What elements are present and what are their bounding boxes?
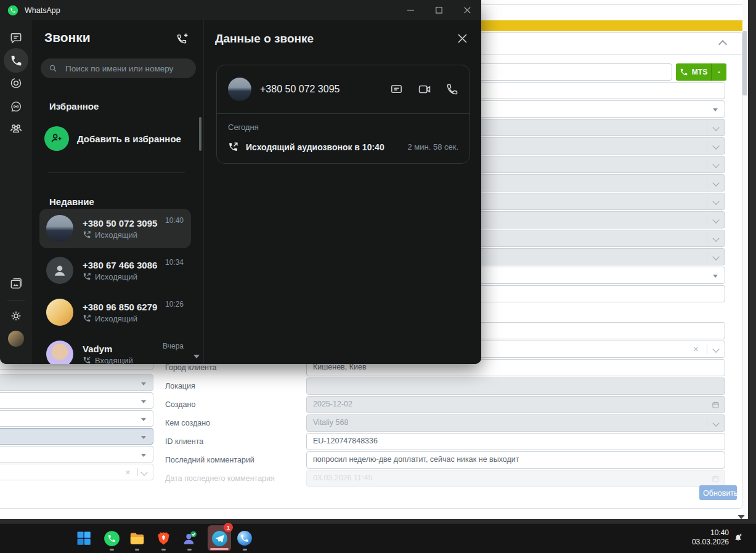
crm-select-clearable[interactable] [0, 464, 153, 480]
voice-call-icon[interactable] [446, 83, 458, 95]
client-id-input[interactable]: EU-120747848336 [306, 433, 725, 450]
screen: MTS - Кишенев, Киев 2025-12-02 Vitaliy 5… [0, 0, 756, 553]
calls-tab-icon[interactable] [4, 48, 28, 73]
file-explorer-icon [129, 530, 145, 547]
phone-app-icon [237, 530, 253, 546]
call-direction: Исходящий [95, 272, 137, 281]
crm-select-disabled [0, 374, 153, 391]
chevron-down-icon [712, 345, 719, 352]
taskbar-indicator [187, 549, 192, 551]
search-bar[interactable] [41, 59, 196, 78]
whatsapp-nav-rail [0, 20, 32, 364]
dropdown-arrow-icon [141, 400, 146, 406]
avatar [46, 257, 73, 284]
avatar [46, 215, 73, 242]
favorites-heading: Избранное [49, 101, 99, 111]
mts-label: MTS [692, 68, 707, 76]
chevron-down-icon [712, 216, 719, 223]
call-list-item[interactable]: +380 67 466 3086 Исходящий 10:34 [39, 251, 191, 290]
calendar-icon [712, 401, 720, 411]
taskbar-teams-button[interactable] [178, 527, 200, 549]
page-scrollbar-thumb[interactable] [742, 31, 747, 95]
start-button[interactable] [73, 527, 95, 549]
clear-icon[interactable] [125, 467, 131, 478]
add-favorite-button[interactable]: Добавить в избранное [44, 126, 181, 151]
outgoing-call-icon [228, 142, 238, 152]
call-list-item[interactable]: +380 50 072 3095 Исходящий 10:40 [39, 209, 191, 248]
calls-panel: Звонки Избранное Добавить в избранное Не… [32, 20, 203, 364]
video-call-icon[interactable] [418, 83, 431, 96]
outgoing-call-icon [83, 314, 91, 323]
call-day-label: Сегодня [228, 123, 458, 132]
crm-select[interactable] [0, 446, 153, 462]
teams-icon [181, 530, 198, 547]
taskbar-indicator [110, 549, 114, 551]
taskbar-telegram-button[interactable]: 1 [208, 525, 231, 551]
whatsapp-titlebar[interactable]: WhatsApp [0, 0, 481, 20]
settings-icon[interactable] [9, 309, 23, 323]
search-input[interactable] [64, 63, 184, 74]
add-favorite-label: Добавить в избранное [77, 134, 181, 144]
minimize-button[interactable] [396, 0, 425, 20]
call-direction: Исходящий [95, 314, 137, 323]
last-comment-input[interactable]: попросил неделю-две доплатит, сейчас ник… [306, 451, 725, 469]
crm-select[interactable] [0, 392, 153, 409]
call-time: 10:40 [165, 216, 184, 225]
maximize-button[interactable] [425, 0, 453, 20]
call-list-item[interactable]: Vadym Входящий Вчера [39, 334, 191, 364]
created-date-input: 2025-12-02 [306, 396, 725, 413]
mts-call-button[interactable]: MTS - [676, 63, 726, 81]
chevron-down-icon [140, 469, 147, 475]
scroll-down-arrow-icon[interactable] [193, 355, 200, 361]
crm-select-focused[interactable] [0, 428, 153, 445]
communities-tab-icon[interactable] [9, 121, 23, 135]
add-favorite-icon [44, 126, 69, 151]
status-tab-icon[interactable] [9, 76, 23, 90]
close-button[interactable] [453, 0, 481, 20]
channels-tab-icon[interactable] [9, 100, 23, 113]
taskbar-phone-button[interactable] [234, 527, 256, 549]
search-icon [48, 63, 58, 73]
avatar [46, 299, 73, 326]
profile-avatar[interactable] [8, 331, 24, 347]
avatar [228, 78, 251, 101]
message-icon[interactable] [390, 83, 403, 96]
field-label: Последний комментарий [165, 456, 254, 464]
brave-icon [156, 531, 171, 546]
field-label: Локация [165, 382, 195, 390]
outgoing-call-icon [83, 230, 91, 239]
clear-icon[interactable] [693, 344, 699, 355]
calls-scrollbar-thumb[interactable] [199, 117, 201, 151]
mts-dropdown[interactable]: - [711, 63, 726, 81]
taskbar-indicator-active [210, 548, 229, 550]
call-direction: Входящий [95, 356, 133, 365]
call-list-item[interactable]: +380 96 850 6279 Исходящий 10:26 [39, 293, 191, 332]
media-library-icon[interactable] [9, 276, 23, 291]
recent-heading: Недавние [49, 196, 94, 207]
call-time: Вчера [163, 342, 184, 350]
dropdown-arrow-icon [141, 418, 146, 424]
telegram-icon [211, 530, 228, 547]
dropdown-arrow-icon [713, 275, 718, 280]
notifications-bell-icon[interactable] [733, 533, 744, 546]
taskbar-clock[interactable]: 10:40 03.03.2026 [692, 528, 729, 547]
close-icon[interactable] [457, 33, 468, 46]
new-call-icon[interactable] [176, 32, 190, 48]
chevron-down-icon [712, 198, 719, 204]
chats-tab-icon[interactable] [9, 31, 23, 46]
taskbar-explorer-button[interactable] [126, 527, 148, 549]
browser-top-edge [481, 4, 742, 5]
created-by-select: Vitaliy 568 [306, 414, 725, 432]
call-contact: +380 50 072 3095 [83, 218, 165, 228]
taskbar-brave-button[interactable] [152, 527, 174, 549]
field-label: Дата последнего комментария [165, 474, 275, 483]
call-details-card: +380 50 072 3095 Сегодня Исходящий аудио… [216, 65, 470, 164]
taskbar-indicator [135, 549, 139, 551]
crm-select[interactable] [0, 410, 153, 427]
last-comment-date-input: 03.03.2026 11:45 [306, 470, 725, 487]
taskbar-whatsapp-button[interactable] [100, 527, 123, 549]
call-contact: +380 96 850 6279 [83, 302, 165, 312]
divider [48, 172, 185, 173]
update-button[interactable]: Обновить [699, 485, 737, 500]
taskbar-indicator [161, 549, 166, 551]
